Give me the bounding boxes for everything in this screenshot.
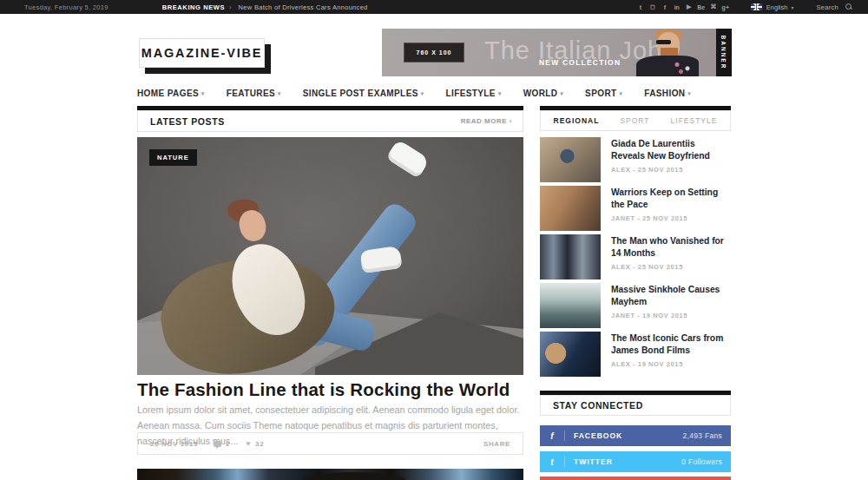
sidebar-tabs: REGIONAL SPORT LIFESTYLE bbox=[540, 110, 731, 131]
heart-icon: ♥ bbox=[246, 439, 251, 448]
next-post-image[interactable] bbox=[137, 469, 523, 480]
ad-subtitle: NEW COLLECTION bbox=[539, 58, 621, 67]
post-thumbnail[interactable] bbox=[540, 234, 601, 279]
sidebar-post-list: Giada De Laurentiis Reveals New Boyfrien… bbox=[540, 137, 731, 380]
twitter-follow-button[interactable]: t TWITTER 0 Followers bbox=[540, 451, 731, 472]
behance-icon[interactable]: Be bbox=[695, 4, 707, 10]
search-icon[interactable] bbox=[845, 3, 852, 10]
page: Tuesday, February 5, 2019 BREAKING NEWS … bbox=[0, 0, 868, 480]
tab-lifestyle[interactable]: LIFESTYLE bbox=[671, 116, 718, 125]
post-title[interactable]: Massive Sinkhole Causes Mayhem bbox=[611, 284, 731, 308]
post-thumbnail[interactable] bbox=[540, 283, 601, 328]
post-meta: ALEX - 25 NOV 2015 bbox=[611, 263, 731, 271]
post-meta: JANET - 25 NOV 2015 bbox=[611, 214, 731, 222]
post-thumbnail[interactable] bbox=[540, 332, 601, 377]
tab-regional[interactable]: REGIONAL bbox=[554, 116, 600, 125]
divider bbox=[564, 457, 565, 467]
site-logo[interactable]: MAGAZINE-VIBE bbox=[139, 38, 265, 68]
chevron-down-icon: ▾ bbox=[620, 90, 623, 96]
follower-count: 0 Followers bbox=[681, 457, 722, 466]
post-title[interactable]: Giada De Laurentiis Reveals New Boyfrien… bbox=[611, 138, 731, 162]
nav-item-features[interactable]: FEATURES▾ bbox=[227, 89, 281, 98]
topbar-social-icons: t ◻ f in ▶ Be ⌘ g+ bbox=[635, 3, 732, 10]
post-meta: ALEX - 25 NOV 2015 bbox=[611, 166, 731, 174]
nav-item-world[interactable]: WORLD▾ bbox=[523, 89, 563, 98]
news-ticker-headline[interactable]: New Batch of Driverless Cars Announced bbox=[239, 3, 368, 11]
linkedin-icon[interactable]: in bbox=[671, 4, 683, 10]
featured-post-title[interactable]: The Fashion Line that is Rocking the Wor… bbox=[137, 379, 523, 400]
follower-count: 2,493 Fans bbox=[682, 431, 722, 440]
advertisement-banner[interactable]: 760 X 100 The Italian Job NEW COLLECTION… bbox=[382, 29, 732, 76]
comments-count[interactable]: 2 bbox=[214, 440, 230, 448]
youtube-icon[interactable]: ▶ bbox=[683, 3, 695, 10]
twitter-icon: t bbox=[540, 457, 564, 467]
site-logo-text: MAGAZINE-VIBE bbox=[141, 46, 262, 60]
ad-size-label: 760 X 100 bbox=[404, 43, 464, 62]
nav-item-home-pages[interactable]: HOME PAGES▾ bbox=[137, 89, 205, 98]
sidebar-post[interactable]: The Most Iconic Cars from James Bond Fil… bbox=[540, 332, 731, 377]
apple-icon[interactable]: ⌘ bbox=[707, 3, 720, 10]
latest-posts-header: LATEST POSTS READ MORE › bbox=[137, 110, 523, 132]
banner-side-label: BANNER bbox=[721, 36, 727, 70]
nav-item-fashion[interactable]: FASHION▾ bbox=[644, 89, 691, 98]
search-link[interactable]: Search bbox=[816, 3, 838, 11]
chevron-down-icon: ▾ bbox=[201, 90, 205, 96]
nav-item-lifestyle[interactable]: LIFESTYLE▾ bbox=[445, 89, 501, 98]
photo-model-sneaker bbox=[359, 246, 402, 273]
section-title: LATEST POSTS bbox=[150, 116, 225, 127]
chevron-down-icon: ▾ bbox=[278, 90, 281, 96]
post-meta: ALEX - 19 NOV 2015 bbox=[611, 360, 731, 368]
current-date: Tuesday, February 5, 2019 bbox=[24, 3, 108, 11]
category-tag[interactable]: NATURE bbox=[149, 149, 197, 166]
googleplus-icon[interactable]: g+ bbox=[720, 4, 732, 10]
likes-count[interactable]: ♥ 32 bbox=[246, 439, 264, 448]
post-title[interactable]: Warriors Keep on Setting the Pace bbox=[611, 187, 731, 211]
breaking-news-label: BREAKING NEWS bbox=[162, 3, 225, 11]
nav-item-sport[interactable]: SPORT▾ bbox=[585, 89, 622, 98]
chevron-down-icon: ▾ bbox=[421, 90, 424, 96]
sidebar-post[interactable]: Giada De Laurentiis Reveals New Boyfrien… bbox=[540, 137, 731, 182]
post-thumbnail[interactable] bbox=[540, 137, 601, 182]
banner-side-strip: BANNER bbox=[716, 29, 732, 76]
ad-model-photo bbox=[621, 29, 716, 76]
read-more-link[interactable]: READ MORE › bbox=[461, 117, 512, 125]
post-title[interactable]: The Man who Vanished for 14 Months bbox=[611, 235, 731, 260]
sidebar-post[interactable]: Massive Sinkhole Causes Mayhem JANET - 1… bbox=[540, 283, 731, 328]
youtube-follow-button[interactable] bbox=[540, 477, 731, 480]
chevron-right-icon: › bbox=[229, 3, 232, 11]
sidebar-post[interactable]: Warriors Keep on Setting the Pace JANET … bbox=[540, 186, 731, 231]
stay-connected-header: STAY CONNECTED bbox=[540, 395, 731, 416]
tab-sport[interactable]: SPORT bbox=[620, 116, 649, 125]
widget-title: STAY CONNECTED bbox=[553, 400, 643, 411]
instagram-icon[interactable]: ◻ bbox=[647, 3, 659, 10]
chevron-down-icon: ▾ bbox=[687, 90, 691, 96]
facebook-icon[interactable]: f bbox=[659, 4, 671, 10]
twitter-icon[interactable]: t bbox=[635, 4, 647, 10]
network-name: TWITTER bbox=[574, 457, 613, 466]
post-meta: JANET - 19 NOV 2015 bbox=[611, 312, 731, 319]
network-name: FACEBOOK bbox=[574, 431, 622, 440]
chevron-down-icon: ▾ bbox=[498, 90, 502, 96]
chevron-down-icon: ▾ bbox=[791, 4, 793, 10]
post-thumbnail[interactable] bbox=[540, 186, 601, 231]
chevron-down-icon: ▾ bbox=[560, 90, 563, 96]
photo-shape bbox=[302, 472, 406, 480]
post-title[interactable]: The Most Iconic Cars from James Bond Fil… bbox=[611, 332, 731, 357]
main-navigation: HOME PAGES▾ FEATURES▾ SINGLE POST EXAMPL… bbox=[137, 82, 736, 104]
featured-post-meta: 25 NOV 2015 2 ♥ 32 SHARE bbox=[137, 432, 523, 455]
comment-icon bbox=[214, 441, 221, 447]
nav-item-single-post-examples[interactable]: SINGLE POST EXAMPLES▾ bbox=[303, 89, 424, 98]
sidebar-post[interactable]: The Man who Vanished for 14 Months ALEX … bbox=[540, 234, 731, 279]
language-selector[interactable]: English bbox=[766, 3, 788, 11]
photo-model-sneaker bbox=[385, 139, 430, 178]
post-date: 25 NOV 2015 bbox=[150, 440, 198, 448]
divider bbox=[564, 431, 565, 441]
uk-flag-icon bbox=[751, 3, 762, 10]
featured-post-image[interactable]: NATURE bbox=[137, 137, 523, 375]
share-button[interactable]: SHARE bbox=[483, 440, 510, 448]
facebook-icon: f bbox=[540, 431, 564, 441]
top-bar: Tuesday, February 5, 2019 BREAKING NEWS … bbox=[0, 0, 868, 14]
facebook-follow-button[interactable]: f FACEBOOK 2,493 Fans bbox=[540, 425, 731, 446]
